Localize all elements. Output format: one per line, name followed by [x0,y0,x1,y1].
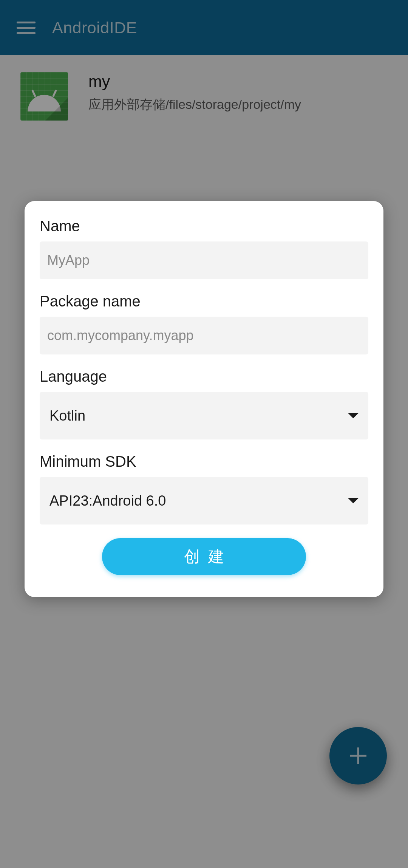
name-label: Name [40,218,368,235]
minimum-sdk-select[interactable]: API23:Android 6.0 [40,477,368,525]
language-select[interactable]: Kotlin [40,392,368,439]
package-name-label: Package name [40,293,368,310]
minimum-sdk-label: Minimum SDK [40,453,368,470]
chevron-down-icon [348,498,359,503]
new-project-dialog: Name Package name Language Kotlin Minimu… [25,201,383,597]
name-input[interactable] [40,241,368,279]
language-label: Language [40,368,368,385]
language-value: Kotlin [49,408,85,424]
minimum-sdk-value: API23:Android 6.0 [49,493,166,509]
package-name-input[interactable] [40,317,368,354]
chevron-down-icon [348,413,359,418]
create-button[interactable]: 创建 [102,538,306,575]
